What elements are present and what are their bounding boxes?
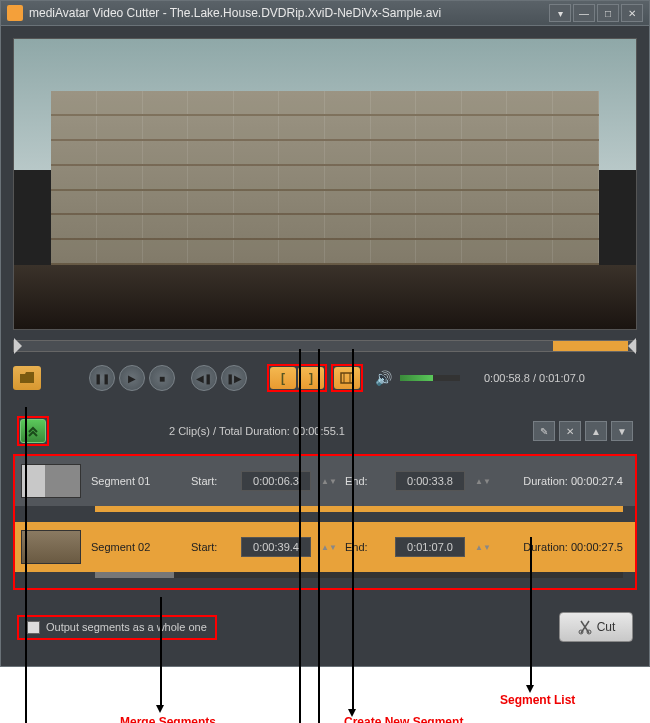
segment-row[interactable]: Segment 01 Start: 0:00:06.3 ▲▼ End: 0:00… (15, 456, 635, 512)
segment-thumbnail (21, 464, 81, 498)
chevron-double-up-icon (26, 424, 40, 438)
expand-segment-list-button[interactable] (20, 419, 46, 443)
segment-mini-timeline[interactable] (95, 572, 623, 578)
delete-segment-button[interactable]: ✕ (559, 421, 581, 441)
end-time-input[interactable]: 0:01:07.0 (395, 537, 465, 557)
start-stepper[interactable]: ▲▼ (321, 477, 335, 486)
end-label: End: (345, 475, 385, 487)
end-stepper[interactable]: ▲▼ (475, 543, 489, 552)
play-button[interactable]: ▶ (119, 365, 145, 391)
video-preview (13, 38, 637, 330)
end-label: End: (345, 541, 385, 553)
segment-name: Segment 01 (91, 475, 181, 487)
rename-segment-button[interactable]: ✎ (533, 421, 555, 441)
timeline-slider[interactable] (13, 340, 637, 352)
annotation-newseg: Create New Segment (344, 715, 463, 723)
cut-button[interactable]: Cut (559, 612, 633, 642)
segment-summary-text: 2 Clip(s) / Total Duration: 00:00:55.1 (169, 425, 533, 437)
close-button[interactable]: ✕ (621, 4, 643, 22)
scissors-icon (577, 619, 593, 635)
segment-mini-timeline[interactable] (95, 506, 623, 512)
next-frame-button[interactable]: ❚▶ (221, 365, 247, 391)
segment-list-header: 2 Clip(s) / Total Duration: 00:00:55.1 ✎… (13, 410, 637, 452)
timeline-segment-fill (553, 341, 628, 351)
stop-button[interactable]: ■ (149, 365, 175, 391)
segment-row[interactable]: Segment 02 Start: 0:00:39.4 ▲▼ End: 0:01… (15, 522, 635, 578)
start-label: Start: (191, 541, 231, 553)
start-label: Start: (191, 475, 231, 487)
open-file-button[interactable] (13, 366, 41, 390)
annotation-merge: Merge Segments (120, 715, 216, 723)
timeline-range-start-handle[interactable] (14, 338, 22, 354)
footer: Output segments as a whole one Cut (13, 612, 637, 654)
title-bar: mediAvatar Video Cutter - The.Lake.House… (0, 0, 650, 26)
end-stepper[interactable]: ▲▼ (475, 477, 489, 486)
timeline-range-end-handle[interactable] (628, 338, 636, 354)
segment-list: Segment 01 Start: 0:00:06.3 ▲▼ End: 0:00… (13, 454, 637, 590)
annotation-seglist: Segment List (500, 693, 575, 707)
prev-frame-button[interactable]: ◀❚ (191, 365, 217, 391)
maximize-button[interactable]: □ (597, 4, 619, 22)
new-segment-wrap (331, 364, 363, 392)
start-stepper[interactable]: ▲▼ (321, 543, 335, 552)
playback-time: 0:00:58.8 / 0:01:07.0 (484, 372, 585, 384)
segment-name: Segment 02 (91, 541, 181, 553)
move-segment-up-button[interactable]: ▲ (585, 421, 607, 441)
merge-segments-label: Output segments as a whole one (46, 621, 207, 633)
annotation-overlay: Expand Segment List Merge Segments Set S… (0, 667, 650, 723)
settings-button[interactable]: ▾ (549, 4, 571, 22)
playback-controls: ❚❚ ▶ ■ ◀❚ ❚▶ [ ] 🔊 0:00:58.8 / 0:01:07.0 (13, 364, 637, 392)
volume-icon: 🔊 (375, 370, 392, 386)
merge-segments-checkbox[interactable] (27, 621, 40, 634)
move-segment-down-button[interactable]: ▼ (611, 421, 633, 441)
minimize-button[interactable]: — (573, 4, 595, 22)
duration-text: Duration: 00:00:27.4 (523, 475, 623, 487)
app-body: ❚❚ ▶ ■ ◀❚ ❚▶ [ ] 🔊 0:00:58.8 / 0:01:07.0… (0, 26, 650, 667)
title-text: mediAvatar Video Cutter - The.Lake.House… (29, 6, 549, 20)
pause-button[interactable]: ❚❚ (89, 365, 115, 391)
merge-option-wrap: Output segments as a whole one (17, 615, 217, 640)
end-time-input[interactable]: 0:00:33.8 (395, 471, 465, 491)
duration-text: Duration: 00:00:27.5 (523, 541, 623, 553)
volume-slider[interactable] (400, 375, 460, 381)
set-end-point-button[interactable]: ] (298, 367, 324, 389)
folder-icon (19, 371, 35, 385)
app-icon (7, 5, 23, 21)
segment-thumbnail (21, 530, 81, 564)
new-segment-button[interactable] (334, 367, 360, 389)
set-start-point-button[interactable]: [ (270, 367, 296, 389)
